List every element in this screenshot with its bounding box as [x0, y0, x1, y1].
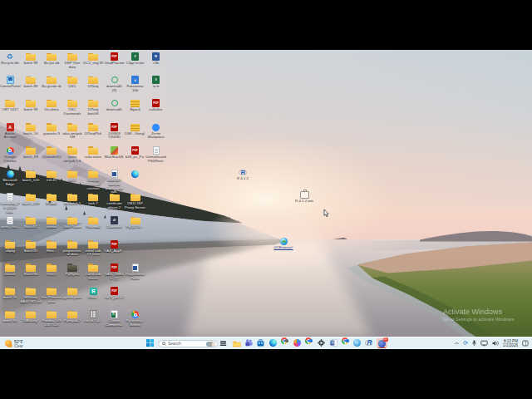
svg-text:Activate Windows: Activate Windows	[443, 307, 503, 315]
svg-text:W: W	[331, 341, 335, 345]
svg-text:Go to Settings to activate Win: Go to Settings to activate Windows.	[443, 317, 515, 322]
